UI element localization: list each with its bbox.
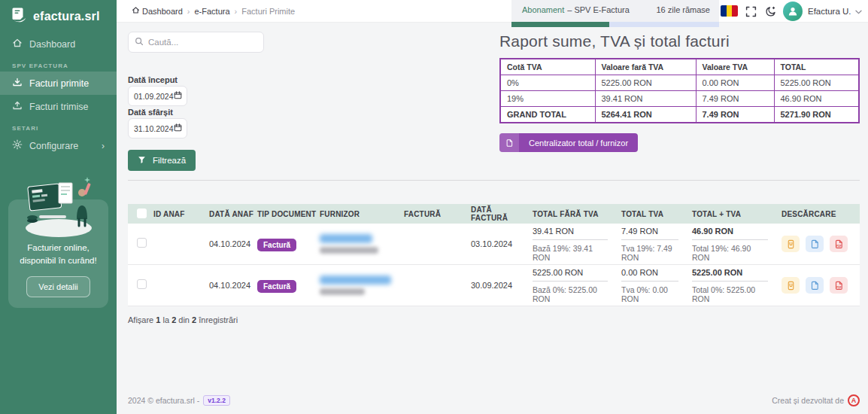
tip-document-badge: Factură <box>257 280 296 293</box>
summary-row: 0% 5225.00 RON 0.00 RON 5225.00 RON <box>500 75 859 91</box>
calendar-icon <box>174 91 182 101</box>
total-cu-tva-cell: 46.90 RON Total 19%: 46.90 RON <box>689 227 768 262</box>
summary-header: TOTAL <box>774 59 859 75</box>
data-factura: 30.09.2024 <box>468 281 530 290</box>
summary-header: Valoare fară TVA <box>595 59 696 75</box>
sidebar-item-label: Dashboard <box>29 39 75 50</box>
search-input[interactable] <box>148 38 264 47</box>
furnizor-cell <box>317 275 401 295</box>
summary-header: Valoare TVA <box>696 59 774 75</box>
chevron-down-icon <box>855 7 862 16</box>
divider <box>128 180 860 181</box>
data-anaf: 04.10.2024 <box>206 239 254 248</box>
main: Dashboard › e-Factura › Facturi Primite … <box>117 0 868 414</box>
chevron-right-icon: › <box>235 7 238 16</box>
app: efactura.srl Dashboard SPV EFACTURA Fact… <box>0 0 868 414</box>
promo-details-button[interactable]: Vezi detalii <box>26 276 90 297</box>
avatar[interactable] <box>783 2 803 21</box>
credits-text: Creat și dezvoltat de <box>772 396 844 405</box>
date-start-field[interactable]: 01.09.2024 <box>128 86 187 106</box>
content: Dată început 01.09.2024 Dată sfârșit 31.… <box>117 23 868 414</box>
pagination-info: Afișare 1 la 2 din 2 înregistrări <box>128 315 238 324</box>
subscription-progress-track <box>511 22 719 27</box>
select-all-checkbox[interactable] <box>137 209 147 218</box>
svg-text:PDF: PDF <box>836 286 841 289</box>
pdf-download-button[interactable]: PDF <box>830 236 848 252</box>
total-fara-tva-cell: 5225.00 RON Bază 0%: 5225.00 RON <box>530 268 608 303</box>
subscription-label: Abonament– SPV E-Factura <box>522 5 630 14</box>
row-checkbox[interactable] <box>137 238 147 248</box>
chevron-right-icon: › <box>187 7 190 16</box>
xml-download-button[interactable] <box>806 236 824 252</box>
furnizor-cell <box>317 234 401 254</box>
search-icon <box>135 35 144 49</box>
tip-document-badge: Factură <box>257 239 296 251</box>
total-fara-tva-cell: 39.41 RON Bază 19%: 39.41 RON <box>530 227 608 262</box>
sidebar-section-setari: SETARI <box>0 118 117 134</box>
table-row: 04.10.2024 Factură 30.09.2024 5225.00 RO… <box>128 265 860 306</box>
sidebar-item-label: Facturi trimise <box>29 102 88 112</box>
date-end-field[interactable]: 31.10.2024 <box>128 118 187 139</box>
home-icon <box>12 38 23 50</box>
chevron-right-icon: › <box>102 141 105 151</box>
romania-flag-icon[interactable] <box>721 5 738 17</box>
row-checkbox[interactable] <box>137 279 147 289</box>
summary-grand-total-row: GRAND TOTAL 5264.41 RON 7.49 RON 5271.90… <box>500 107 859 123</box>
version-badge: v1.2.2 <box>203 395 230 406</box>
invoice-table-header: ID ANAF DATĂ ANAF TIP DOCUMENT FURNIZOR … <box>128 204 860 224</box>
svg-text:PDF: PDF <box>836 245 841 248</box>
logo-text: efactura.srl <box>33 10 100 23</box>
furnizor-cif-redacted <box>320 288 365 295</box>
zip-download-button[interactable] <box>782 277 800 294</box>
calendar-icon <box>174 123 182 133</box>
footer: 2024 © efactura.srl - v1.2.2 Creat și de… <box>128 394 860 406</box>
document-icon <box>499 133 519 152</box>
upload-tray-icon <box>12 100 23 113</box>
download-cell: PDF <box>778 236 860 252</box>
summary-row: 19% 39.41 RON 7.49 RON 46.90 RON <box>500 91 859 107</box>
sidebar-item-label: Configurare <box>29 141 78 151</box>
invoice-table: ID ANAF DATĂ ANAF TIP DOCUMENT FURNIZOR … <box>128 204 860 306</box>
furnizor-link-redacted[interactable] <box>320 234 372 243</box>
date-start-label: Dată început <box>128 75 178 84</box>
pdf-download-button[interactable]: PDF <box>830 277 848 294</box>
gear-icon <box>12 139 23 152</box>
data-anaf: 04.10.2024 <box>206 281 254 290</box>
user-menu[interactable]: Efactura U. <box>808 7 862 16</box>
subscription-panel: Abonament– SPV E-Factura 16 zile rămase <box>511 0 719 27</box>
data-factura: 03.10.2024 <box>468 239 530 248</box>
xml-download-button[interactable] <box>806 277 824 294</box>
sidebar-item-dashboard[interactable]: Dashboard <box>0 32 117 56</box>
filter-button[interactable]: Filtrează <box>128 150 196 171</box>
furnizor-cif-redacted <box>320 247 378 254</box>
breadcrumb: Dashboard › e-Factura › Facturi Primite <box>132 6 295 16</box>
subscription-progress-fill <box>511 22 609 27</box>
breadcrumb-efactura[interactable]: e-Factura <box>195 7 230 16</box>
logo[interactable]: efactura.srl <box>0 0 117 32</box>
logo-icon <box>10 7 28 26</box>
total-tva-cell: 7.49 RON Tva 19%: 7.49 RON <box>618 227 678 262</box>
sidebar: efactura.srl Dashboard SPV EFACTURA Fact… <box>0 0 117 414</box>
download-tray-icon <box>12 77 23 90</box>
fullscreen-icon[interactable] <box>745 6 757 20</box>
breadcrumb-dashboard[interactable]: Dashboard <box>132 6 183 16</box>
moon-icon[interactable] <box>765 5 777 20</box>
promo-illustration <box>17 174 101 243</box>
home-icon <box>132 6 140 16</box>
search-box <box>128 32 264 53</box>
sidebar-item-facturi-trimise[interactable]: Facturi trimise <box>0 95 117 118</box>
date-end-label: Dată sfârșit <box>128 108 173 117</box>
developer-logo[interactable]: A <box>848 394 860 406</box>
summary-table: Cotă TVA Valoare fară TVA Valoare TVA TO… <box>499 58 860 123</box>
download-cell: PDF <box>778 277 860 294</box>
sidebar-item-facturi-primite[interactable]: Facturi primite <box>0 72 117 95</box>
total-cu-tva-cell: 5225.00 RON Total 0%: 5225.00 RON <box>689 268 768 303</box>
furnizor-link-redacted[interactable] <box>320 275 391 285</box>
promo-card: Facturier online, disponibil în curând! … <box>8 199 108 308</box>
copyright-text: 2024 © efactura.srl - <box>128 396 199 405</box>
table-row: 04.10.2024 Factură 03.10.2024 39.41 RON … <box>128 224 860 265</box>
promo-text: Facturier online, disponibil în curând! <box>16 242 101 268</box>
sidebar-item-configurare[interactable]: Configurare › <box>0 134 117 157</box>
centralizator-button[interactable]: Centralizator total / furnizor <box>499 133 638 152</box>
zip-download-button[interactable] <box>782 236 800 252</box>
